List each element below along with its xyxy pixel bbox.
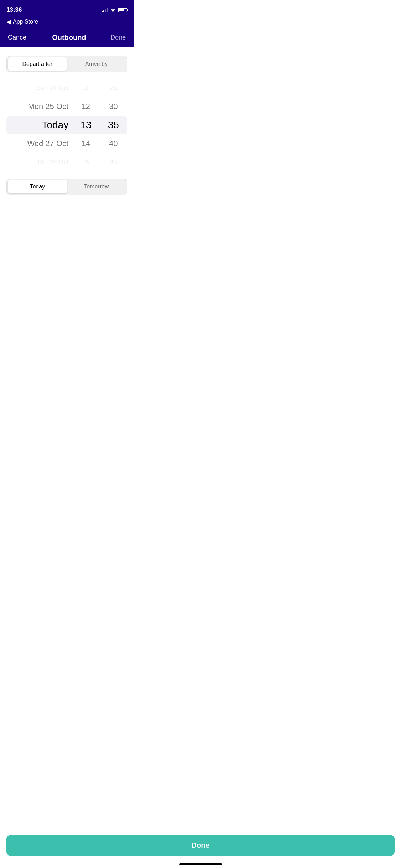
picker-hour-item: 14 [82, 134, 90, 153]
picker-day-item: Wed 27 Oct [27, 134, 68, 153]
picker-day-item: Sun 24 Oct [36, 82, 68, 97]
picker-minute-item: 45 [110, 153, 117, 168]
picker-minute-selected: 35 [108, 116, 119, 134]
tomorrow-option[interactable]: Tomorrow [67, 180, 126, 193]
picker-day-selected: Today [42, 116, 68, 134]
depart-after-option[interactable]: Depart after [8, 57, 67, 71]
today-tomorrow-toggle[interactable]: Today Tomorrow [6, 179, 127, 195]
status-icons [102, 7, 127, 12]
picker-minute-item: 40 [109, 134, 118, 153]
status-bar: 13:36 [0, 0, 134, 18]
picker-hour-selected: 13 [80, 116, 91, 134]
wifi-icon [110, 8, 116, 12]
picker-columns: Sat 23 Oct Sun 24 Oct Mon 25 Oct Today W… [6, 82, 127, 168]
today-option[interactable]: Today [8, 180, 67, 193]
depart-arrive-toggle[interactable]: Depart after Arrive by [6, 56, 127, 72]
page-title: Outbound [52, 33, 86, 42]
picker-hour-column[interactable]: 10 11 12 13 14 15 16 [72, 82, 99, 168]
picker-hour-item: 11 [82, 82, 89, 97]
picker-hour-item: 15 [82, 153, 89, 168]
nav-header: Cancel Outbound Done [0, 29, 134, 47]
signal-icon [102, 7, 108, 12]
battery-icon [118, 8, 127, 12]
picker-minute-item: 30 [109, 97, 118, 116]
app-store-label: App Store [13, 19, 38, 25]
app-store-back[interactable]: ◀ App Store [0, 18, 134, 29]
arrive-by-option[interactable]: Arrive by [67, 57, 126, 71]
picker-day-item: Thu 28 Oct [37, 153, 68, 168]
cancel-button[interactable]: Cancel [8, 34, 28, 41]
time-picker[interactable]: Sat 23 Oct Sun 24 Oct Mon 25 Oct Today W… [6, 82, 127, 168]
picker-minute-item: 25 [110, 82, 117, 97]
nav-done-button[interactable]: Done [110, 34, 126, 41]
back-chevron-icon: ◀ [6, 18, 11, 26]
picker-day-column[interactable]: Sat 23 Oct Sun 24 Oct Mon 25 Oct Today W… [6, 82, 72, 168]
status-time: 13:36 [6, 6, 22, 14]
picker-minute-column[interactable]: 20 25 30 35 40 45 50 [100, 82, 127, 168]
picker-day-item: Mon 25 Oct [28, 97, 68, 116]
main-content: Depart after Arrive by Sat 23 Oct Sun 24… [0, 47, 134, 195]
picker-hour-item: 12 [82, 97, 90, 116]
